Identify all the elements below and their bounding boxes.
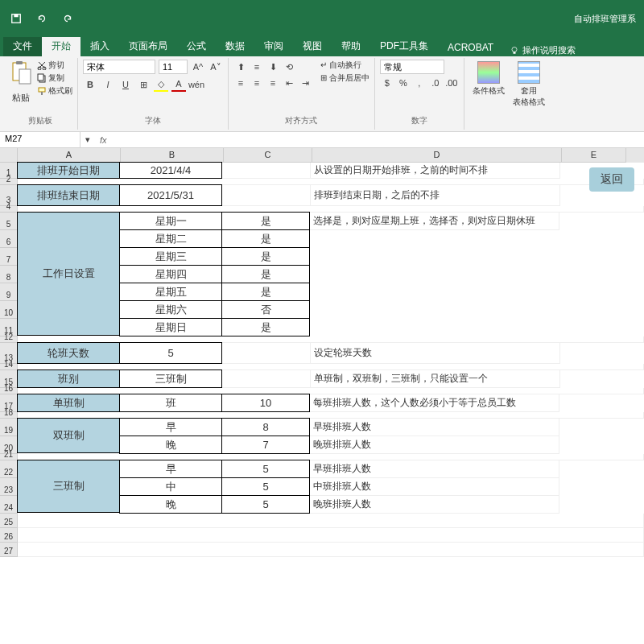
cell[interactable]: 晚 bbox=[119, 495, 222, 514]
select-all-corner[interactable] bbox=[0, 148, 18, 163]
bold-button[interactable]: B bbox=[83, 77, 97, 92]
tell-me-search[interactable]: 操作说明搜索 bbox=[510, 44, 576, 56]
col-header-a[interactable]: A bbox=[18, 148, 121, 163]
tab-page-layout[interactable]: 页面布局 bbox=[119, 36, 177, 56]
row-header[interactable]: 12 bbox=[0, 336, 18, 343]
row-header[interactable]: 2 bbox=[0, 179, 18, 185]
tab-view[interactable]: 视图 bbox=[293, 36, 332, 56]
indent-right-icon[interactable]: ⇥ bbox=[298, 76, 312, 90]
cell[interactable] bbox=[222, 185, 311, 206]
col-header-c[interactable]: C bbox=[224, 148, 312, 163]
cell[interactable]: 设定轮班天数 bbox=[311, 343, 560, 364]
indent-left-icon[interactable]: ⇤ bbox=[282, 76, 296, 90]
tab-acrobat[interactable]: ACROBAT bbox=[438, 39, 503, 56]
cell[interactable]: 是 bbox=[221, 229, 310, 248]
cell[interactable]: 星期五 bbox=[119, 283, 222, 301]
row-header[interactable]: 21 bbox=[0, 454, 18, 460]
cell[interactable]: 是 bbox=[221, 247, 310, 266]
dropdown-icon[interactable]: ▾ bbox=[80, 133, 95, 147]
cell[interactable]: 是 bbox=[221, 283, 310, 301]
table-format-button[interactable]: 套用 表格格式 bbox=[510, 60, 548, 109]
cell[interactable]: 星期日 bbox=[119, 318, 222, 336]
align-left-icon[interactable]: ≡ bbox=[233, 76, 248, 90]
tab-file[interactable]: 文件 bbox=[3, 36, 42, 56]
row-header[interactable]: 22 bbox=[0, 460, 18, 478]
return-button[interactable]: 返回 bbox=[589, 167, 634, 192]
row-header[interactable]: 25 bbox=[0, 514, 18, 528]
fill-color-icon[interactable]: ◇ bbox=[154, 77, 168, 92]
cell[interactable]: 早班排班人数 bbox=[310, 460, 559, 478]
col-header-d[interactable]: D bbox=[312, 148, 562, 163]
row-header[interactable]: 4 bbox=[0, 206, 18, 213]
align-bottom-icon[interactable]: ⬇ bbox=[266, 60, 280, 74]
tab-review[interactable]: 审阅 bbox=[254, 36, 293, 56]
cell[interactable] bbox=[18, 528, 644, 543]
conditional-format-button[interactable]: 条件格式 bbox=[469, 60, 508, 109]
decrease-font-icon[interactable]: A˅ bbox=[208, 60, 223, 74]
increase-font-icon[interactable]: A^ bbox=[191, 60, 205, 74]
cell[interactable]: 轮班天数 bbox=[17, 342, 120, 364]
cell[interactable]: 从设置的日期开始排班，之前的时间不排 bbox=[311, 163, 560, 179]
cell[interactable]: 三班制 bbox=[119, 369, 222, 388]
cell[interactable]: 晚班排班人数 bbox=[310, 496, 559, 514]
tab-insert[interactable]: 插入 bbox=[80, 36, 119, 56]
cell[interactable] bbox=[222, 343, 311, 364]
paste-button[interactable] bbox=[8, 60, 34, 92]
row-header[interactable]: 16 bbox=[0, 388, 18, 394]
italic-button[interactable]: I bbox=[101, 77, 115, 92]
undo-icon[interactable] bbox=[32, 9, 52, 28]
cell[interactable]: 选择是，则对应星期上班，选择否，则对应日期休班 bbox=[310, 213, 559, 230]
row-header[interactable]: 18 bbox=[0, 412, 18, 419]
tab-pdf[interactable]: PDF工具集 bbox=[370, 36, 438, 56]
name-box[interactable]: M27 bbox=[0, 132, 80, 147]
row-header[interactable]: 26 bbox=[0, 528, 18, 543]
row-header[interactable]: 9 bbox=[0, 283, 18, 301]
fx-icon[interactable]: fx bbox=[95, 135, 112, 145]
cell[interactable]: 5 bbox=[221, 495, 310, 514]
wrap-text-button[interactable]: ↵ 自动换行 bbox=[320, 60, 369, 71]
percent-icon[interactable]: % bbox=[396, 76, 411, 90]
cell[interactable]: 班别 bbox=[17, 369, 120, 388]
row-header[interactable]: 10 bbox=[0, 301, 18, 319]
cell[interactable]: 排班结束日期 bbox=[17, 184, 120, 206]
cell[interactable] bbox=[18, 514, 644, 528]
cell[interactable]: 早 bbox=[119, 418, 222, 436]
cell[interactable]: 是 bbox=[221, 212, 310, 230]
cell[interactable]: 单班制 bbox=[17, 394, 120, 412]
cell[interactable]: 每班排班人数，这个人数必须小于等于总员工数 bbox=[310, 394, 559, 412]
cell[interactable]: 10 bbox=[221, 394, 310, 412]
tab-formulas[interactable]: 公式 bbox=[177, 36, 216, 56]
cell[interactable]: 中 bbox=[119, 477, 222, 496]
tab-data[interactable]: 数据 bbox=[216, 36, 254, 56]
tab-help[interactable]: 帮助 bbox=[332, 36, 370, 56]
worksheet-grid[interactable]: 1 2 3 4 5 6 7 8 9 10 11 12 13 14 15 16 1… bbox=[0, 163, 644, 557]
cell[interactable]: 晚 bbox=[119, 436, 222, 454]
cell[interactable]: 5 bbox=[221, 477, 310, 496]
phonetic-icon[interactable]: wén bbox=[189, 77, 204, 92]
font-name-combo[interactable]: 宋体 bbox=[83, 60, 155, 74]
cell[interactable]: 星期四 bbox=[119, 265, 222, 283]
align-middle-icon[interactable]: ≡ bbox=[250, 60, 264, 74]
cell[interactable]: 双班制 bbox=[17, 418, 120, 453]
cell[interactable]: 工作日设置 bbox=[17, 212, 120, 336]
cell[interactable]: 8 bbox=[221, 418, 310, 436]
cell[interactable] bbox=[222, 370, 311, 388]
cell[interactable]: 5 bbox=[119, 342, 222, 364]
row-header[interactable]: 27 bbox=[0, 543, 18, 557]
number-format-combo[interactable]: 常规 bbox=[380, 60, 444, 74]
cell[interactable]: 中班排班人数 bbox=[310, 478, 559, 496]
cut-button[interactable]: 剪切 bbox=[37, 60, 72, 71]
currency-icon[interactable]: $ bbox=[380, 76, 394, 90]
tab-home[interactable]: 开始 bbox=[42, 36, 80, 56]
merge-cells-button[interactable]: ⊞ 合并后居中 bbox=[320, 72, 369, 84]
cell[interactable]: 星期三 bbox=[119, 247, 222, 266]
border-icon[interactable]: ⊞ bbox=[136, 77, 151, 92]
increase-decimal-icon[interactable]: .0 bbox=[428, 76, 443, 90]
cell[interactable]: 星期六 bbox=[119, 300, 222, 319]
align-right-icon[interactable]: ≡ bbox=[266, 76, 280, 90]
cell[interactable] bbox=[222, 163, 311, 179]
formula-input[interactable] bbox=[112, 132, 644, 147]
copy-button[interactable]: 复制 bbox=[37, 72, 72, 84]
format-painter-button[interactable]: 格式刷 bbox=[37, 85, 72, 97]
align-top-icon[interactable]: ⬆ bbox=[233, 60, 248, 74]
